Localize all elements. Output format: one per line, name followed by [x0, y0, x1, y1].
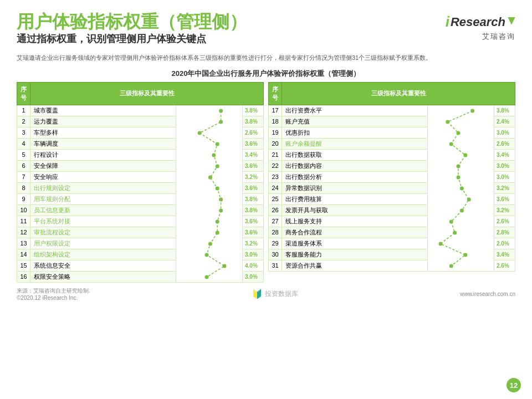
svg-point-19: [449, 142, 453, 146]
row-name: 运力覆盖: [30, 116, 176, 127]
row-pct: 2.6%: [494, 260, 515, 271]
row-name: 出行资费水平: [282, 105, 428, 116]
row-name: 车型多样: [30, 127, 176, 138]
svg-point-23: [460, 186, 464, 190]
row-num: 24: [269, 182, 282, 193]
row-num: 15: [17, 260, 30, 271]
row-name: 优惠折扣: [282, 127, 428, 138]
row-name: 出行数据获取: [282, 149, 428, 160]
logo-research: Research: [451, 15, 505, 29]
left-header-num: 序号: [17, 82, 30, 105]
row-pct: 3.6%: [243, 160, 264, 171]
svg-point-2: [198, 131, 202, 135]
row-pct: 3.8%: [243, 105, 264, 116]
left-table: 序号 三级指标及其重要性 1城市覆盖3.8%2运力覆盖3.8%3车型多样2.6%…: [17, 82, 264, 283]
footer: 来源：艾瑞咨询自主研究绘制. ©2020.12 iResearch Inc. 🔰…: [17, 287, 515, 301]
row-num: 12: [17, 227, 30, 238]
row-num: 18: [269, 116, 282, 127]
tables-wrapper: 序号 三级指标及其重要性 1城市覆盖3.8%2运力覆盖3.8%3车型多样2.6%…: [17, 82, 515, 283]
svg-point-20: [463, 153, 467, 157]
row-pct: 4.0%: [243, 260, 264, 271]
svg-point-26: [449, 219, 453, 223]
row-pct: 3.0%: [243, 249, 264, 260]
left-data-table: 序号 三级指标及其重要性 1城市覆盖3.8%2运力覆盖3.8%3车型多样2.6%…: [17, 82, 264, 283]
svg-point-6: [208, 175, 212, 179]
row-name: 账户充值: [282, 116, 428, 127]
row-pct: 2.6%: [494, 138, 515, 149]
row-num: 28: [269, 227, 282, 238]
svg-point-30: [449, 264, 453, 268]
svg-point-27: [453, 231, 457, 234]
row-num: 20: [269, 138, 282, 149]
right-table: 序号 三级指标及其重要性 17出行资费水平3.8%18账户充值2.4%19优惠折…: [268, 82, 515, 283]
page-number: 12: [507, 378, 521, 392]
svg-point-25: [460, 208, 464, 212]
row-name: 线上服务支持: [282, 216, 428, 227]
svg-point-5: [216, 164, 219, 168]
logo-i: i: [446, 13, 449, 30]
row-name: 出行数据分析: [282, 171, 428, 182]
watermark: 🔰 投资数据库: [252, 289, 298, 299]
row-num: 10: [17, 204, 30, 216]
table-title: 2020年中国企业出行服务用户体验评价指标权重（管理侧）: [17, 69, 515, 79]
row-pct: 3.0%: [243, 271, 264, 282]
row-pct: 3.6%: [243, 216, 264, 227]
row-num: 16: [17, 271, 30, 282]
title-block: 用户体验指标权重（管理侧） 通过指标权重，识别管理侧用户体验关键点: [17, 11, 247, 50]
svg-point-16: [470, 109, 474, 112]
header-area: 用户体验指标权重（管理侧） 通过指标权重，识别管理侧用户体验关键点 i Rese…: [17, 11, 515, 50]
row-name: 出行数据内容: [282, 160, 428, 171]
zigzag-chart: [428, 105, 489, 272]
row-pct: 2.8%: [494, 227, 515, 238]
watermark-text: 投资数据库: [265, 289, 298, 299]
row-num: 11: [17, 216, 30, 227]
svg-point-3: [216, 142, 219, 146]
svg-point-4: [212, 153, 216, 157]
row-name: 车辆调度: [30, 138, 176, 149]
row-name: 发票开具与获取: [282, 204, 428, 216]
row-name: 行程设计: [30, 149, 176, 160]
row-num: 17: [269, 105, 282, 116]
svg-point-14: [223, 264, 227, 268]
row-num: 3: [17, 127, 30, 138]
row-pct: 3.2%: [494, 182, 515, 193]
row-name: 用车规则分配: [30, 193, 176, 204]
row-chart: [176, 105, 243, 282]
row-pct: 3.4%: [243, 149, 264, 160]
row-pct: 3.8%: [494, 105, 515, 116]
row-num: 25: [269, 193, 282, 204]
row-name: 商务合作流程: [282, 227, 428, 238]
row-pct: 3.6%: [494, 193, 515, 204]
row-num: 31: [269, 260, 282, 271]
row-num: 23: [269, 171, 282, 182]
logo-cn: 艾瑞咨询: [482, 32, 515, 42]
row-name: 异常数据识别: [282, 182, 428, 193]
row-name: 员工信息更新: [30, 204, 176, 216]
row-chart: [428, 105, 494, 271]
row-pct: 3.6%: [243, 138, 264, 149]
row-pct: 3.8%: [243, 193, 264, 204]
row-pct: 3.0%: [494, 127, 515, 138]
row-name: 组织架构设定: [30, 249, 176, 260]
row-pct: 3.2%: [243, 238, 264, 249]
svg-point-10: [216, 219, 219, 223]
table-row: 1城市覆盖3.8%: [17, 105, 264, 116]
row-pct: 3.4%: [494, 249, 515, 260]
row-name: 审批流程设定: [30, 227, 176, 238]
row-num: 19: [269, 127, 282, 138]
row-name: 安全响应: [30, 171, 176, 182]
svg-point-24: [467, 197, 471, 201]
right-data-table: 序号 三级指标及其重要性 17出行资费水平3.8%18账户充值2.4%19优惠折…: [268, 82, 515, 272]
row-pct: 3.2%: [243, 171, 264, 182]
row-name: 资源合作共赢: [282, 260, 428, 271]
row-num: 27: [269, 216, 282, 227]
svg-point-1: [219, 120, 223, 124]
svg-point-12: [208, 242, 212, 245]
row-pct: 3.8%: [243, 204, 264, 216]
svg-point-18: [457, 131, 461, 135]
row-name: 城市覆盖: [30, 105, 176, 116]
table-row: 17出行资费水平3.8%: [269, 105, 515, 116]
row-num: 21: [269, 149, 282, 160]
row-name: 平台系统对接: [30, 216, 176, 227]
description: 艾瑞邀请企业出行服务领域的专家对管理侧用户体验评价指标体系各三级指标的重要性进行…: [17, 53, 515, 63]
